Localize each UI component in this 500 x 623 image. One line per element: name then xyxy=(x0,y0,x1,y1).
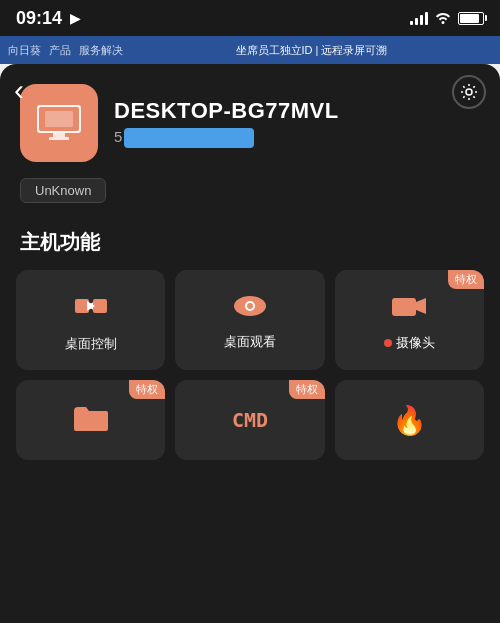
svg-marker-27 xyxy=(416,298,426,314)
battery-icon xyxy=(458,12,484,25)
unknown-badge: UnKnown xyxy=(20,178,106,203)
function-desktop-watch[interactable]: 桌面观看 xyxy=(175,270,324,370)
svg-point-13 xyxy=(466,89,472,95)
top-nav: 向日葵 产品 服务解决 坐席员工独立ID | 远程录屏可溯 xyxy=(0,36,500,64)
nav-item-1[interactable]: 向日葵 xyxy=(8,43,41,58)
svg-point-25 xyxy=(247,303,253,309)
camera-dot xyxy=(384,339,392,347)
status-time: 09:14 ▶ xyxy=(16,8,80,29)
function-other[interactable]: 🔥 xyxy=(335,380,484,460)
nav-item-3[interactable]: 服务解决 xyxy=(79,43,123,58)
function-grid: 桌面控制 桌面观看 特权 xyxy=(0,270,500,370)
desktop-control-label: 桌面控制 xyxy=(65,335,117,353)
function-cmd[interactable]: 特权 CMD xyxy=(175,380,324,460)
wifi-icon xyxy=(434,10,452,27)
camera-privilege-badge: 特权 xyxy=(448,270,484,289)
fire-icon: 🔥 xyxy=(392,404,427,437)
svg-rect-17 xyxy=(49,137,69,140)
device-name: DESKTOP-BG77MVL xyxy=(114,98,480,124)
device-id: 5 xyxy=(114,128,480,148)
device-header: DESKTOP-BG77MVL 5 xyxy=(0,68,500,178)
cmd-icon: CMD xyxy=(232,408,268,432)
device-info: DESKTOP-BG77MVL 5 xyxy=(114,98,480,148)
function-grid-2: 特权 特权 CMD 🔥 xyxy=(0,370,500,460)
svg-rect-26 xyxy=(392,298,416,316)
section-title: 主机功能 xyxy=(0,221,500,270)
nav-title: 坐席员工独立ID | 远程录屏可溯 xyxy=(131,43,492,58)
signal-icon xyxy=(410,11,428,25)
cmd-privilege-badge: 特权 xyxy=(289,380,325,399)
folder-privilege-badge: 特权 xyxy=(129,380,165,399)
svg-rect-21 xyxy=(93,299,107,313)
settings-button[interactable] xyxy=(452,75,486,109)
function-folder[interactable]: 特权 xyxy=(16,380,165,460)
monitor-svg xyxy=(33,101,85,145)
device-id-blur xyxy=(124,128,254,148)
status-icons xyxy=(410,10,484,27)
camera-icon xyxy=(390,292,428,324)
folder-icon xyxy=(72,403,110,437)
svg-rect-18 xyxy=(45,111,73,127)
device-icon-wrapper xyxy=(20,84,98,162)
svg-rect-16 xyxy=(53,133,65,137)
desktop-watch-label: 桌面观看 xyxy=(224,333,276,351)
status-bar: 09:14 ▶ xyxy=(0,0,500,36)
back-button[interactable]: ‹ xyxy=(14,75,24,105)
location-icon: ▶ xyxy=(70,11,80,26)
function-camera[interactable]: 特权 摄像头 xyxy=(335,270,484,370)
arrows-icon xyxy=(73,291,109,325)
camera-label-wrapper: 摄像头 xyxy=(384,334,435,352)
svg-rect-19 xyxy=(75,299,89,313)
function-desktop-control[interactable]: 桌面控制 xyxy=(16,270,165,370)
overlay-panel: DESKTOP-BG77MVL 5 UnKnown 主机功能 桌面控制 xyxy=(0,64,500,623)
eye-icon xyxy=(232,293,268,323)
nav-item-2[interactable]: 产品 xyxy=(49,43,71,58)
camera-label: 摄像头 xyxy=(396,334,435,352)
